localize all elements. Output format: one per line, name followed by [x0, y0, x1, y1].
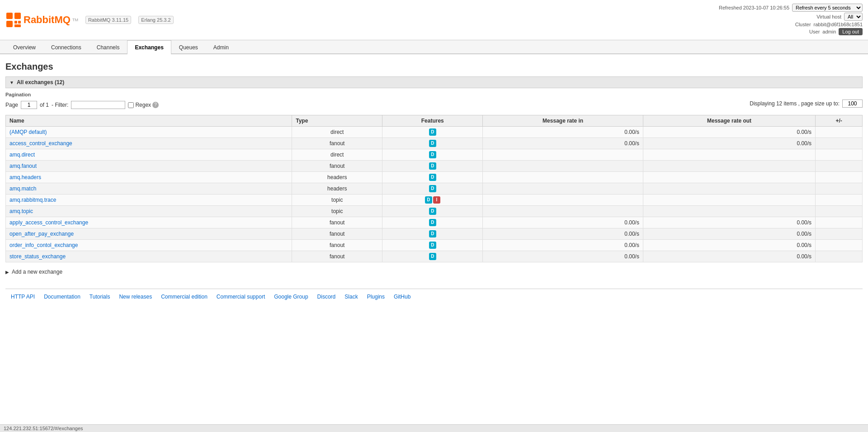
exchange-rate-out: [643, 195, 815, 206]
exchange-name-link[interactable]: amq.direct: [9, 152, 35, 158]
exchange-type: fanout: [292, 228, 382, 240]
exchange-name[interactable]: open_after_pay_exchange: [6, 228, 292, 240]
main-content: Exchanges ▼ All exchanges (12) Paginatio…: [0, 54, 868, 312]
exchange-type: direct: [292, 127, 382, 138]
exchange-rate-out: [643, 149, 815, 161]
logout-button[interactable]: Log out: [839, 28, 863, 35]
exchange-name-link[interactable]: amq.rabbitmq.trace: [9, 197, 56, 203]
feature-badge-d: D: [429, 140, 436, 147]
nav-item-overview[interactable]: Overview: [5, 40, 43, 54]
regex-label: Regex ?: [128, 102, 159, 108]
exchange-name[interactable]: amq.direct: [6, 149, 292, 161]
nav-item-queues[interactable]: Queues: [171, 40, 206, 54]
exchange-name-link[interactable]: open_after_pay_exchange: [9, 231, 74, 237]
footer-link-documentation[interactable]: Documentation: [44, 294, 80, 300]
exchange-type: topic: [292, 195, 382, 206]
add-exchange-section[interactable]: ▶ Add a new exchange: [5, 269, 863, 275]
exchange-name[interactable]: amq.fanout: [6, 161, 292, 172]
exchange-features: D: [382, 138, 483, 149]
page-size-input[interactable]: [842, 100, 863, 108]
regex-checkbox[interactable]: [128, 102, 134, 108]
exchange-rate-in: [483, 161, 643, 172]
exchange-name[interactable]: amq.match: [6, 183, 292, 195]
footer-link-github[interactable]: GitHub: [394, 294, 410, 300]
logo-area: RabbitMQ TM RabbitMQ 3.11.15 Erlang 25.3…: [5, 12, 174, 28]
logo-text: RabbitMQ: [24, 14, 71, 26]
footer-link-new-releases[interactable]: New releases: [119, 294, 152, 300]
footer-link-slack[interactable]: Slack: [344, 294, 358, 300]
exchange-type: fanout: [292, 251, 382, 262]
exchange-features: D: [382, 161, 483, 172]
table-header: Name Type Features Message rate in Messa…: [6, 115, 863, 127]
refresh-row: Refreshed 2023-10-07 10:26:55 Refresh ev…: [719, 4, 863, 12]
exchange-rate-in: 0.00/s: [483, 228, 643, 240]
exchange-rate-in: [483, 206, 643, 217]
svg-rect-4: [18, 21, 21, 24]
footer-link-tutorials[interactable]: Tutorials: [90, 294, 110, 300]
feature-badge-d: D: [429, 162, 436, 170]
exchange-features: D: [382, 127, 483, 138]
top-right-info: Refreshed 2023-10-07 10:26:55 Refresh ev…: [719, 4, 863, 36]
exchange-name[interactable]: store_status_exchange: [6, 251, 292, 262]
exchange-plusminus: [816, 240, 863, 251]
filter-input[interactable]: [71, 101, 125, 109]
exchange-features: D: [382, 149, 483, 161]
exchange-rate-in: [483, 183, 643, 195]
exchange-name[interactable]: amq.rabbitmq.trace: [6, 195, 292, 206]
nav-item-exchanges[interactable]: Exchanges: [127, 40, 171, 54]
svg-rect-5: [14, 24, 21, 27]
footer-link-commercial-edition[interactable]: Commercial edition: [161, 294, 208, 300]
exchange-name-link[interactable]: apply_access_control_exchange: [9, 219, 88, 226]
exchange-rate-in: [483, 195, 643, 206]
exchange-name-link[interactable]: (AMQP default): [9, 129, 47, 135]
exchange-rate-out: 0.00/s: [643, 251, 815, 262]
footer-link-google-group[interactable]: Google Group: [274, 294, 308, 300]
regex-help-icon[interactable]: ?: [152, 102, 159, 108]
exchange-name[interactable]: amq.topic: [6, 206, 292, 217]
exchange-name-link[interactable]: amq.match: [9, 185, 36, 192]
svg-rect-2: [6, 21, 13, 27]
page-title: Exchanges: [5, 62, 863, 72]
footer-link-http-api[interactable]: HTTP API: [11, 294, 35, 300]
exchange-name-link[interactable]: amq.fanout: [9, 163, 37, 169]
exchange-name-link[interactable]: access_control_exchange: [9, 140, 72, 147]
exchange-name[interactable]: (AMQP default): [6, 127, 292, 138]
exchange-plusminus: [816, 217, 863, 228]
nav: Overview Connections Channels Exchanges …: [0, 40, 868, 54]
table-row: amq.headersheadersD: [6, 172, 863, 183]
feature-badge-d: D: [429, 174, 436, 181]
refresh-select[interactable]: Refresh every 5 seconds Refresh every 10…: [792, 4, 863, 12]
svg-rect-1: [14, 13, 21, 19]
nav-item-connections[interactable]: Connections: [43, 40, 89, 54]
exchange-plusminus: [816, 228, 863, 240]
table-row: order_info_contol_exchangefanoutD0.00/s0…: [6, 240, 863, 251]
page-input[interactable]: [21, 101, 37, 109]
exchange-type: fanout: [292, 161, 382, 172]
exchange-type: headers: [292, 183, 382, 195]
exchange-plusminus: [816, 138, 863, 149]
exchange-name-link[interactable]: order_info_contol_exchange: [9, 242, 78, 248]
nav-item-admin[interactable]: Admin: [206, 40, 236, 54]
exchange-type: fanout: [292, 217, 382, 228]
cluster-row: Cluster rabbit@d6f1b68c1851: [719, 22, 863, 27]
exchange-name[interactable]: apply_access_control_exchange: [6, 217, 292, 228]
all-exchanges-header[interactable]: ▼ All exchanges (12): [5, 76, 863, 88]
exchange-name-link[interactable]: amq.topic: [9, 208, 33, 214]
of-label: of 1: [40, 102, 49, 108]
footer-link-commercial-support[interactable]: Commercial support: [217, 294, 265, 300]
exchange-name-link[interactable]: store_status_exchange: [9, 253, 66, 260]
nav-item-channels[interactable]: Channels: [89, 40, 127, 54]
exchange-name[interactable]: amq.headers: [6, 172, 292, 183]
col-rate-out: Message rate out: [643, 115, 815, 127]
exchange-name[interactable]: access_control_exchange: [6, 138, 292, 149]
exchange-rate-out: 0.00/s: [643, 217, 815, 228]
exchange-features: D: [382, 251, 483, 262]
footer-link-plugins[interactable]: Plugins: [367, 294, 385, 300]
exchange-features: DI: [382, 195, 483, 206]
exchange-name-link[interactable]: amq.headers: [9, 174, 41, 180]
logo-tm: TM: [72, 18, 78, 22]
username: admin: [822, 29, 836, 34]
exchange-name[interactable]: order_info_contol_exchange: [6, 240, 292, 251]
vhost-select[interactable]: All /: [844, 13, 863, 21]
footer-link-discord[interactable]: Discord: [317, 294, 336, 300]
